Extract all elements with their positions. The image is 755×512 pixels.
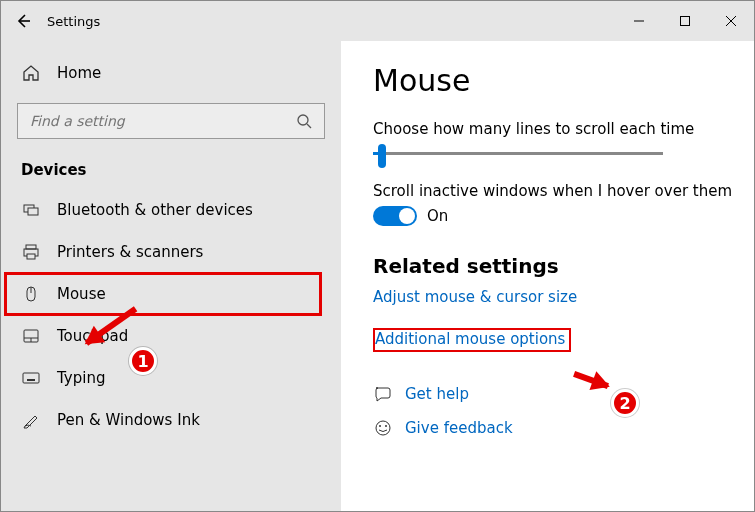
scroll-lines-slider[interactable] [373,144,663,162]
annotation-badge-1: 1 [129,347,157,375]
sidebar-group-header: Devices [1,147,341,189]
adjust-mouse-link[interactable]: Adjust mouse & cursor size [373,288,754,306]
bluetooth-devices-icon [21,200,41,220]
svg-rect-11 [27,254,35,259]
mouse-icon [21,284,41,304]
touchpad-icon [21,326,41,346]
sidebar: Home Devices Bluetooth & other devices P… [1,41,341,511]
maximize-button[interactable] [662,1,708,41]
sidebar-item-pen[interactable]: Pen & Windows Ink [1,399,341,441]
svg-point-5 [298,115,308,125]
home-label: Home [57,64,101,82]
related-settings-heading: Related settings [373,254,754,278]
pen-icon [21,410,41,430]
window-title: Settings [47,14,100,29]
sidebar-item-label: Typing [57,369,105,387]
svg-rect-8 [28,208,38,215]
home-icon [21,63,41,83]
svg-point-24 [379,425,381,427]
svg-point-25 [385,425,387,427]
printer-icon [21,242,41,262]
scroll-lines-label: Choose how many lines to scroll each tim… [373,120,754,138]
annotation-badge-2: 2 [611,389,639,417]
search-input[interactable] [17,103,325,139]
page-title: Mouse [373,63,754,98]
search-field[interactable] [28,112,294,130]
scroll-inactive-label: Scroll inactive windows when I hover ove… [373,182,754,200]
toggle-state-label: On [427,207,448,225]
slider-thumb[interactable] [378,144,386,168]
sidebar-item-typing[interactable]: Typing [1,357,341,399]
sidebar-item-label: Pen & Windows Ink [57,411,200,429]
scroll-inactive-toggle[interactable] [373,206,417,226]
home-button[interactable]: Home [1,51,341,95]
svg-point-23 [376,421,390,435]
content-pane: Mouse Choose how many lines to scroll ea… [341,41,754,511]
minimize-button[interactable] [616,1,662,41]
svg-line-6 [307,124,311,128]
titlebar: Settings [1,1,754,41]
get-help-link[interactable]: Get help [405,385,469,403]
keyboard-icon [21,368,41,388]
additional-mouse-options-link[interactable]: Additional mouse options [373,328,571,352]
give-feedback-link[interactable]: Give feedback [405,419,513,437]
sidebar-item-mouse[interactable]: Mouse [5,273,321,315]
svg-rect-2 [681,17,690,26]
back-button[interactable] [13,11,33,31]
sidebar-item-label: Mouse [57,285,106,303]
search-icon [294,111,314,131]
settings-window: ©TheGeekPage.com Settings Home [0,0,755,512]
sidebar-item-bluetooth[interactable]: Bluetooth & other devices [1,189,341,231]
sidebar-item-printers[interactable]: Printers & scanners [1,231,341,273]
sidebar-item-label: Bluetooth & other devices [57,201,253,219]
sidebar-item-touchpad[interactable]: Touchpad [1,315,341,357]
feedback-icon [373,418,393,438]
svg-rect-9 [26,245,36,249]
sidebar-item-label: Printers & scanners [57,243,203,261]
svg-rect-17 [23,373,39,383]
close-button[interactable] [708,1,754,41]
help-icon [373,384,393,404]
